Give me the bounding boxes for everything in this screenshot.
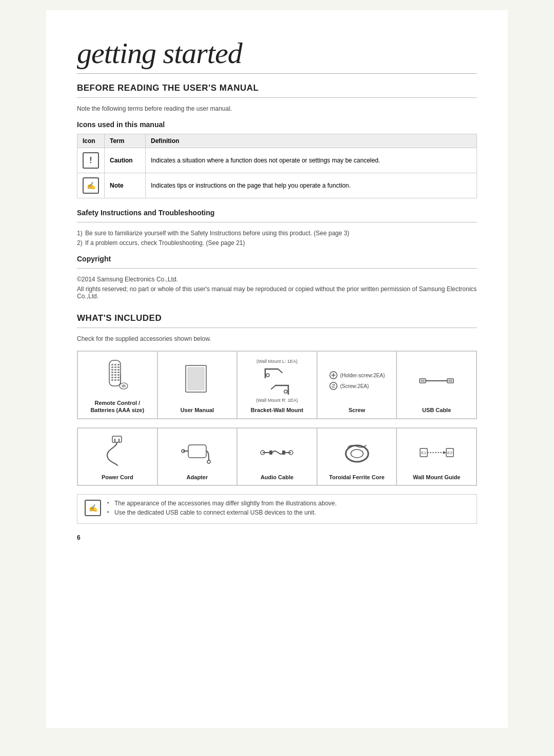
svg-rect-7 <box>111 369 113 371</box>
ferrite-label: Toroidal Ferrite Core <box>329 474 385 481</box>
adapter-icon <box>162 435 233 471</box>
safety-divider <box>77 222 477 222</box>
accessories-grid-row1: Remote Control / Batteries (AAA size) Us… <box>77 351 477 419</box>
note-icon-cell: ✍ <box>77 173 105 198</box>
icon-col-header: Icon <box>77 134 105 148</box>
svg-rect-19 <box>111 379 113 381</box>
remote-label: Remote Control / Batteries (AAA size) <box>82 399 153 414</box>
svg-rect-9 <box>117 369 120 371</box>
screw-label: Screw <box>348 406 365 414</box>
ferrite-icon <box>322 435 392 471</box>
audio-label: Audio Cable <box>261 474 293 481</box>
caution-definition: Indicates a situation where a function d… <box>146 148 477 173</box>
svg-rect-1 <box>111 364 113 365</box>
copyright-title: Copyright <box>77 255 477 263</box>
svg-rect-3 <box>117 364 120 365</box>
svg-rect-13 <box>111 374 113 376</box>
manual-label: User Manual <box>181 406 214 414</box>
svg-rect-8 <box>114 369 116 371</box>
screw-count-label: (Screw:2EA) <box>340 383 369 389</box>
svg-rect-34 <box>421 380 425 382</box>
accessory-manual: User Manual <box>157 351 238 419</box>
note-content: The appearance of the accessories may di… <box>107 500 337 518</box>
bracket-bottom-label: (Wall Mount R: 1EA) <box>256 398 298 403</box>
svg-point-27 <box>266 374 269 377</box>
note-item-1: The appearance of the accessories may di… <box>107 500 337 507</box>
note-term: Note <box>105 173 146 198</box>
svg-rect-41 <box>188 445 206 458</box>
caution-icon: ! <box>83 152 99 169</box>
svg-rect-38 <box>112 436 122 442</box>
svg-rect-18 <box>117 377 120 378</box>
page-title: getting started <box>77 36 477 70</box>
accessory-usb: USB Cable <box>397 351 477 419</box>
adapter-label: Adapter <box>187 474 208 481</box>
note-item-2: Use the dedicated USB cable to connect e… <box>107 509 337 516</box>
copyright-line1: ©2014 Samsung Electronics Co.,Ltd. <box>77 276 477 283</box>
accessory-powercord: Power Cord <box>77 428 157 485</box>
remote-icon <box>82 358 153 396</box>
note-box-icon: ✍ <box>85 500 101 516</box>
icons-subsection: Icons used in this manual Icon Term Defi… <box>77 120 477 198</box>
bracket-top-label: (Wall Mount L: 1EA) <box>256 359 298 364</box>
svg-point-28 <box>284 390 287 393</box>
icons-table: Icon Term Definition ! Caution Indicates… <box>77 134 477 198</box>
svg-rect-37 <box>448 380 452 382</box>
copyright-subsection: Copyright ©2014 Samsung Electronics Co.,… <box>77 255 477 300</box>
screw-line-item: (Screw:2EA) <box>329 381 369 391</box>
safety-title: Safety Instructions and Troubleshooting <box>77 209 477 217</box>
safety-item-1: Be sure to familiarize yourself with the… <box>77 230 477 237</box>
powercord-icon <box>82 435 153 471</box>
notes-list: The appearance of the accessories may di… <box>107 500 337 516</box>
before-reading-intro: Note the following terms before reading … <box>77 105 477 112</box>
before-reading-divider <box>77 97 477 98</box>
audio-icon <box>242 435 312 471</box>
svg-rect-12 <box>117 372 120 373</box>
holder-screw-line: (Holder-screw:2EA) <box>329 371 385 380</box>
svg-rect-10 <box>111 372 113 373</box>
accessory-adapter: Adapter <box>157 428 238 485</box>
before-reading-section: BEFORE READING THE USER'S MANUAL Note th… <box>77 83 477 300</box>
definition-col-header: Definition <box>146 134 477 148</box>
svg-rect-15 <box>117 374 120 376</box>
caution-icon-cell: ! <box>77 148 105 173</box>
accessories-grid-row2: Power Cord Adapter <box>77 427 477 486</box>
whats-included-intro: Check for the supplied accessories shown… <box>77 335 477 342</box>
bracket-icon: (Wall Mount L: 1EA) (Wall Mount R: 1EA) <box>242 358 312 403</box>
whats-included-title: WHAT'S INCLUDED <box>77 313 477 323</box>
svg-rect-6 <box>117 366 120 368</box>
notes-box: ✍ The appearance of the accessories may … <box>77 494 477 524</box>
accessory-bracket: (Wall Mount L: 1EA) (Wall Mount R: 1EA) <box>237 351 317 419</box>
svg-rect-26 <box>188 367 204 390</box>
svg-rect-2 <box>114 364 116 365</box>
copyright-divider <box>77 268 477 269</box>
svg-text:E2: E2 <box>447 451 452 455</box>
caution-term: Caution <box>105 148 146 173</box>
safety-subsection: Safety Instructions and Troubleshooting … <box>77 209 477 247</box>
wallmount-icon: E1 E2 <box>401 435 472 471</box>
whats-included-section: WHAT'S INCLUDED Check for the supplied a… <box>77 313 477 524</box>
accessory-wallmount: E1 E2 Wall Mount Guide <box>397 428 477 485</box>
holder-screw-label: (Holder-screw:2EA) <box>340 373 385 378</box>
accessory-audio: Audio Cable <box>237 428 317 485</box>
before-reading-title: BEFORE READING THE USER'S MANUAL <box>77 83 477 93</box>
usb-label: USB Cable <box>422 406 451 414</box>
accessory-ferrite: Toroidal Ferrite Core <box>317 428 397 485</box>
copyright-line2: All rights reserved; no part or whole of… <box>77 285 477 300</box>
svg-point-23 <box>122 384 126 387</box>
icons-subsection-title: Icons used in this manual <box>77 120 477 129</box>
svg-rect-11 <box>114 372 116 373</box>
note-icon: ✍ <box>83 177 99 194</box>
svg-rect-17 <box>114 377 116 378</box>
note-definition: Indicates tips or instructions on the pa… <box>146 173 477 198</box>
svg-rect-50 <box>282 451 285 455</box>
svg-rect-16 <box>111 377 113 378</box>
safety-list: Be sure to familiarize yourself with the… <box>77 230 477 247</box>
svg-marker-56 <box>443 451 446 454</box>
svg-rect-4 <box>111 366 113 368</box>
whats-included-divider <box>77 328 477 328</box>
accessory-screw: (Holder-screw:2EA) (Screw:2EA) Screw <box>317 351 397 419</box>
wallmount-label: Wall Mount Guide <box>413 474 460 481</box>
page-number: 6 <box>77 534 477 541</box>
svg-rect-21 <box>117 379 120 381</box>
